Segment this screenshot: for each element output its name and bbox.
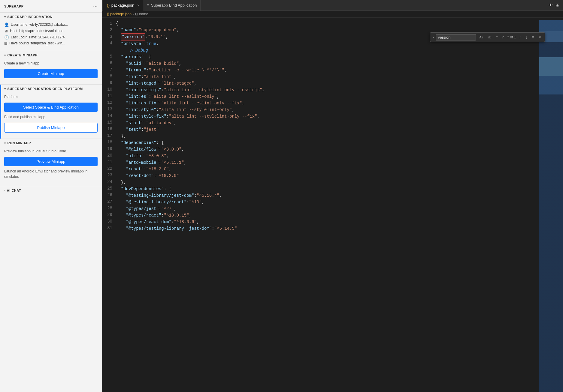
section-open-platform-header[interactable]: ▾ SUPERAPP APPLICATION OPEN PLATFORM: [0, 85, 102, 93]
code-line-21: "antd-mobile": "^5.15.1",: [116, 159, 533, 166]
code-line-26: "@testing-library/jest-dom": "^5.16.4",: [116, 192, 533, 199]
code-line-27: "@testing-library/react": "^13",: [116, 199, 533, 205]
search-options: Aa ab .* ?: [478, 35, 505, 40]
section-run-miniapp-header[interactable]: ▾ RUN MINIAPP: [0, 139, 102, 147]
breadcrumb: {} package.json › ⊡ name: [102, 11, 563, 18]
section-run-miniapp-content: Preview miniapp in Visual Studio Code. P…: [0, 147, 102, 186]
section-create-miniapp: ▾ CREATE MINIAPP Create a new miniapp Cr…: [0, 51, 102, 85]
code-lines: { "name": "superapp-demo", "version": "0…: [116, 20, 539, 392]
code-line-16: "test": "jest": [116, 126, 533, 133]
code-line-14: "lint:style-fix": "alita lint --stylelin…: [116, 113, 533, 120]
grid-icon: ⊞: [4, 41, 8, 46]
section-ai-chat-title: AI CHAT: [7, 189, 21, 192]
code-line-31: "@types/testing-library__jest-dom": "^5.…: [116, 225, 533, 232]
chevron-down-icon: ▾: [4, 54, 6, 57]
chevron-down-icon: ▾: [4, 87, 6, 91]
tab-superapp-bind[interactable]: ≡ Superapp Bind Application: [143, 0, 201, 11]
code-line-29: "@types/react": "^18.0.15",: [116, 212, 533, 219]
section-run-miniapp: ▾ RUN MINIAPP Preview miniapp in Visual …: [0, 139, 102, 186]
chevron-right-icon: ›: [4, 189, 5, 192]
code-line-5: "scripts": {: [116, 54, 533, 60]
code-line-11: "lint:es": "alita lint --eslint-only",: [116, 93, 533, 100]
tab-package-json[interactable]: {} package.json ×: [103, 0, 143, 11]
sidebar-app-name: SUPERAPP: [4, 4, 24, 8]
search-case-sensitive[interactable]: Aa: [478, 35, 485, 40]
build-publish-desc: Build and publish miniapp.: [4, 114, 98, 120]
text-file-icon: ≡: [147, 3, 149, 7]
tab-bar: {} package.json × ≡ Superapp Bind Applic…: [102, 0, 563, 11]
minimap-visual: [539, 20, 563, 392]
tab-close-icon[interactable]: ×: [137, 3, 139, 7]
section-superapp-info-content: 👤 Username: wb-ly732282@alibaba... 🖥 Hos…: [0, 21, 102, 51]
info-bound: ⊞ Have bound "fenguxan_test - win...: [4, 41, 98, 46]
search-count: ? of 1: [507, 35, 516, 39]
clock-icon: 🕐: [4, 35, 9, 40]
preview-miniapp-button[interactable]: Preview Miniapp: [4, 157, 98, 166]
section-open-platform-content: Platform. Select Space & Bind Applicatio…: [0, 93, 102, 139]
json-file-icon: {}: [107, 3, 110, 7]
search-list-button[interactable]: ≡: [530, 34, 535, 40]
section-create-miniapp-title: CREATE MINIAPP: [8, 53, 38, 57]
section-create-miniapp-header[interactable]: ▾ CREATE MINIAPP: [0, 51, 102, 59]
monitor-icon: 🖥: [4, 29, 8, 33]
code-line-debug: ▷ Debug: [116, 47, 533, 54]
publish-miniapp-button[interactable]: Publish Miniapp: [4, 123, 98, 133]
breadcrumb-file: {} package.json: [107, 12, 132, 16]
section-superapp-info: ▾ SUPERAPP INFORMATION 👤 Username: wb-ly…: [0, 13, 102, 51]
code-line-8: "lint": "alita lint",: [116, 73, 533, 80]
info-last-login: 🕐 Last Login Time: 2024-07-10 17:4...: [4, 35, 98, 40]
code-line-30: "@types/react-dom": "^18.0.6",: [116, 219, 533, 225]
search-next-button[interactable]: ↓: [524, 34, 528, 40]
info-host: 🖥 Host: https://pre-industrysolutions...: [4, 28, 98, 34]
create-miniapp-desc: Create a new miniapp: [4, 61, 98, 66]
eye-icon[interactable]: 👁: [548, 3, 553, 8]
code-line-9: "lint-staged": "lint-staged",: [116, 80, 533, 87]
section-ai-chat-header[interactable]: › AI CHAT: [0, 186, 102, 195]
section-ai-chat: › AI CHAT: [0, 186, 102, 195]
search-whole-word[interactable]: ab: [486, 35, 493, 40]
section-open-platform-title: SUPERAPP APPLICATION OPEN PLATFORM: [8, 87, 83, 91]
chevron-down-icon: ▾: [4, 142, 6, 145]
search-regex[interactable]: .*: [494, 35, 499, 40]
code-line-6: "build": "alita build",: [116, 60, 533, 67]
run-miniapp-desc: Preview miniapp in Visual Studio Code.: [4, 148, 98, 154]
platform-desc: Platform.: [4, 94, 98, 100]
code-line-18: "dependencies": {: [116, 139, 533, 146]
emulator-desc: Launch an Android Emulator and preview m…: [4, 169, 98, 179]
code-line-7: "format": "prettier -c --write \"**/*\""…: [116, 67, 533, 73]
search-close-button[interactable]: ×: [537, 34, 542, 40]
search-input[interactable]: [438, 35, 474, 40]
debug-label[interactable]: ▷ Debug: [130, 47, 148, 54]
code-line-1: {: [116, 20, 533, 27]
code-line-19: "@alita/flow": "^3.0.0",: [116, 146, 533, 153]
tab-package-json-label: package.json: [111, 3, 135, 7]
code-line-24: },: [116, 179, 533, 186]
tab-superapp-bind-label: Superapp Bind Application: [151, 3, 197, 7]
section-superapp-info-header[interactable]: ▾ SUPERAPP INFORMATION: [0, 13, 102, 21]
main-editor: {} package.json × ≡ Superapp Bind Applic…: [102, 0, 563, 392]
search-expand-icon[interactable]: ›: [433, 35, 434, 40]
minimap: [539, 20, 563, 392]
create-miniapp-button[interactable]: Create Miniapp: [4, 69, 98, 78]
layout-icon[interactable]: ⊞: [555, 2, 559, 8]
sidebar: SUPERAPP ··· ▾ SUPERAPP INFORMATION 👤 Us…: [0, 0, 102, 392]
editor-container: {} package.json › ⊡ name › Aa ab .* ? ? …: [102, 11, 563, 392]
search-help[interactable]: ?: [500, 35, 505, 40]
select-space-bind-button[interactable]: Select Space & Bind Application: [4, 103, 98, 112]
code-line-20: "alita": "^3.0.8",: [116, 153, 533, 159]
section-superapp-info-title: SUPERAPP INFORMATION: [8, 15, 53, 19]
search-input-wrapper[interactable]: [436, 34, 476, 40]
code-line-13: "lint:style": "alita lint --stylelint-on…: [116, 106, 533, 113]
search-prev-button[interactable]: ↑: [518, 34, 522, 40]
info-username: 👤 Username: wb-ly732282@alibaba...: [4, 22, 98, 27]
breadcrumb-name: ⊡ name: [135, 12, 148, 16]
section-run-miniapp-title: RUN MINIAPP: [8, 141, 31, 145]
chevron-down-icon: ▾: [4, 15, 6, 19]
sidebar-menu-icon[interactable]: ···: [93, 3, 98, 9]
sidebar-header: SUPERAPP ···: [0, 0, 102, 13]
code-line-28: "@types/jest": "^27",: [116, 205, 533, 212]
code-editor: 1 2 3 4 5 6 7 8 9 10 11 12 13 14 15 16 1…: [102, 18, 563, 392]
code-line-23: "react-dom": "^18.2.0": [116, 172, 533, 179]
code-line-10: "lint:cssinjs": "alita lint --stylelint-…: [116, 87, 533, 93]
code-line-12: "lint:es-fix": "alita lint --eslint-only…: [116, 100, 533, 106]
